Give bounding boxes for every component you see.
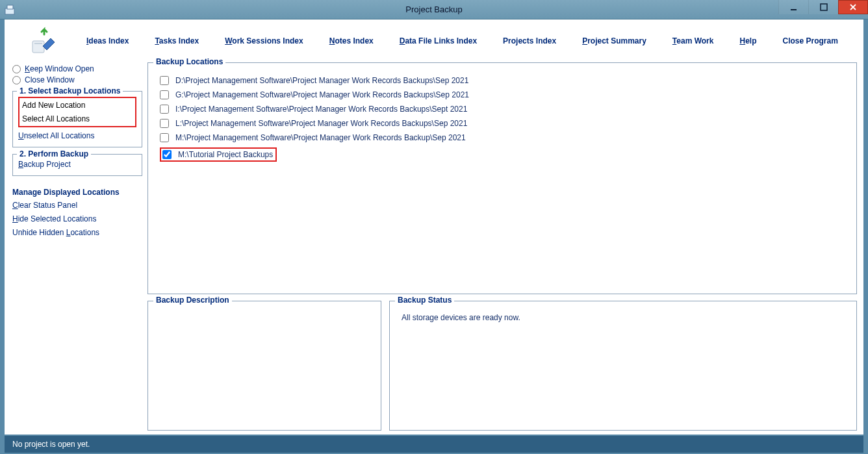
perform-backup-legend: 2. Perform Backup	[17, 149, 91, 158]
svg-rect-3	[821, 4, 827, 10]
statusbar: No project is open yet.	[5, 436, 863, 453]
location-checkbox[interactable]	[160, 90, 169, 99]
backup-description-legend: Backup Description	[153, 296, 232, 305]
toolbar: Ideas IndexTasks IndexWork Sessions Inde…	[5, 19, 863, 62]
location-row: M:\Project Management Software\Project M…	[160, 133, 850, 142]
location-row: I:\Project Management Software\Project M…	[160, 105, 850, 114]
location-path: D:\Project Management Software\Project M…	[175, 76, 468, 85]
location-path: L:\Project Management Software\Project M…	[175, 119, 467, 128]
menu-item[interactable]: Team Work	[672, 36, 714, 45]
client-area: Ideas IndexTasks IndexWork Sessions Inde…	[5, 19, 863, 435]
sidebar: Keep Window Open Close Window 1. Select …	[12, 62, 147, 431]
window-controls	[778, 0, 868, 14]
perform-backup-group: 2. Perform Backup Backup Project	[12, 154, 142, 176]
sidebar-highlight-box: Add New Location Select All Locations	[18, 97, 136, 127]
backup-status-text: All storage devices are ready now.	[402, 313, 850, 322]
menu-item[interactable]: Work Sessions Index	[225, 36, 303, 45]
keep-window-open-radio[interactable]	[12, 65, 21, 73]
close-button[interactable]	[838, 0, 868, 14]
location-checkbox[interactable]	[160, 133, 169, 142]
select-all-locations-link[interactable]: Select All Locations	[22, 114, 133, 123]
manage-locations-group: Manage Displayed Locations Clear Status …	[12, 183, 142, 244]
location-row: M:\Tutorial Project Backups	[160, 147, 277, 162]
backup-locations-list: D:\Project Management Software\Project M…	[160, 76, 850, 162]
svg-rect-1	[7, 5, 13, 9]
backup-description-fieldset: Backup Description	[147, 301, 381, 431]
backup-project-link[interactable]: Backup Project	[18, 160, 136, 169]
select-locations-group: 1. Select Backup Locations Add New Locat…	[12, 91, 142, 147]
location-checkbox[interactable]	[162, 150, 172, 159]
menu-item[interactable]: Project Summary	[582, 36, 646, 45]
backup-locations-fieldset: Backup Locations D:\Project Management S…	[147, 62, 857, 294]
location-row: L:\Project Management Software\Project M…	[160, 119, 850, 128]
manage-locations-legend: Manage Displayed Locations	[12, 188, 142, 197]
location-path: M:\Tutorial Project Backups	[178, 150, 273, 159]
svg-rect-2	[791, 9, 797, 10]
close-window-label[interactable]: Close Window	[25, 75, 75, 84]
main-menu: Ideas IndexTasks IndexWork Sessions Inde…	[86, 36, 838, 45]
menu-item[interactable]: Projects Index	[503, 36, 556, 45]
select-locations-legend: 1. Select Backup Locations	[17, 86, 123, 95]
backup-status-legend: Backup Status	[395, 296, 454, 305]
location-path: G:\Project Management Software\Project M…	[175, 90, 469, 99]
backup-locations-legend: Backup Locations	[153, 57, 225, 66]
titlebar: Project Backup	[0, 0, 868, 19]
location-checkbox[interactable]	[160, 76, 169, 85]
menu-item[interactable]: Data File Links Index	[400, 36, 477, 45]
minimize-button[interactable]	[778, 0, 808, 14]
lower-panels: Backup Description Backup Status All sto…	[147, 301, 857, 431]
menu-item[interactable]: Notes Index	[329, 36, 374, 45]
svg-rect-4	[32, 41, 44, 53]
window-title: Project Backup	[0, 5, 868, 14]
clear-status-panel-link[interactable]: Clear Status Panel	[12, 201, 142, 210]
location-row: D:\Project Management Software\Project M…	[160, 76, 850, 85]
window-behavior-radios: Keep Window Open Close Window	[12, 64, 142, 84]
unselect-all-locations-link[interactable]: Unselect All Locations	[18, 131, 136, 140]
location-path: I:\Project Management Software\Project M…	[175, 105, 467, 114]
app-icon	[4, 3, 17, 16]
maximize-button[interactable]	[808, 0, 838, 14]
menu-item[interactable]: Close Program	[782, 36, 837, 45]
menu-item[interactable]: Ideas Index	[86, 36, 129, 45]
hide-selected-locations-link[interactable]: Hide Selected Locations	[12, 214, 142, 223]
location-checkbox[interactable]	[160, 105, 169, 114]
location-checkbox[interactable]	[160, 119, 169, 128]
close-window-radio[interactable]	[12, 76, 21, 84]
menu-item[interactable]: Tasks Index	[155, 36, 199, 45]
location-row: G:\Project Management Software\Project M…	[160, 90, 850, 99]
menu-item[interactable]: Help	[739, 36, 756, 45]
svg-rect-5	[34, 43, 42, 44]
add-new-location-link[interactable]: Add New Location	[22, 101, 133, 110]
statusbar-text: No project is open yet.	[12, 440, 90, 449]
unhide-hidden-locations-link[interactable]: Unhide Hidden Locations	[12, 228, 142, 237]
location-path: M:\Project Management Software\Project M…	[175, 133, 466, 142]
keep-window-open-label[interactable]: Keep Window Open	[25, 64, 94, 73]
backup-status-fieldset: Backup Status All storage devices are re…	[389, 301, 857, 431]
backup-logo-icon	[28, 25, 60, 57]
content: Keep Window Open Close Window 1. Select …	[5, 62, 863, 435]
